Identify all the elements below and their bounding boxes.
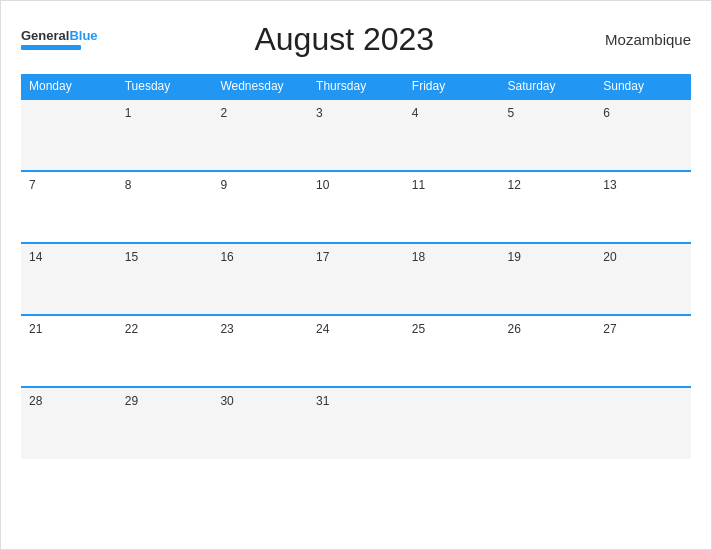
day-cell: 29 <box>117 387 213 459</box>
calendar-thead: Monday Tuesday Wednesday Thursday Friday… <box>21 74 691 99</box>
day-cell: 2 <box>212 99 308 171</box>
calendar-title: August 2023 <box>98 21 591 58</box>
day-cell: 3 <box>308 99 404 171</box>
weekday-header-row: Monday Tuesday Wednesday Thursday Friday… <box>21 74 691 99</box>
day-cell: 28 <box>21 387 117 459</box>
logo-area: GeneralBlue <box>21 29 98 50</box>
table-row: 14 15 16 17 18 19 20 <box>21 243 691 315</box>
day-cell: 22 <box>117 315 213 387</box>
table-row: 1 2 3 4 5 6 <box>21 99 691 171</box>
calendar-table: Monday Tuesday Wednesday Thursday Friday… <box>21 74 691 459</box>
day-cell: 14 <box>21 243 117 315</box>
table-row: 7 8 9 10 11 12 13 <box>21 171 691 243</box>
day-cell <box>595 387 691 459</box>
day-cell: 8 <box>117 171 213 243</box>
day-cell: 1 <box>117 99 213 171</box>
header-thursday: Thursday <box>308 74 404 99</box>
day-cell: 25 <box>404 315 500 387</box>
day-cell: 5 <box>500 99 596 171</box>
day-cell: 13 <box>595 171 691 243</box>
calendar-container: GeneralBlue August 2023 Mozambique Monda… <box>0 0 712 550</box>
day-cell <box>500 387 596 459</box>
logo-blue: Blue <box>69 28 97 43</box>
day-cell: 4 <box>404 99 500 171</box>
logo-text: GeneralBlue <box>21 29 98 43</box>
day-cell: 9 <box>212 171 308 243</box>
header-monday: Monday <box>21 74 117 99</box>
logo-blue-bar <box>21 45 81 50</box>
calendar-header: GeneralBlue August 2023 Mozambique <box>21 21 691 58</box>
header-saturday: Saturday <box>500 74 596 99</box>
day-cell: 20 <box>595 243 691 315</box>
day-cell: 21 <box>21 315 117 387</box>
day-cell: 23 <box>212 315 308 387</box>
day-cell: 31 <box>308 387 404 459</box>
header-sunday: Sunday <box>595 74 691 99</box>
day-cell: 18 <box>404 243 500 315</box>
day-cell: 6 <box>595 99 691 171</box>
logo-general: General <box>21 28 69 43</box>
header-wednesday: Wednesday <box>212 74 308 99</box>
day-cell: 27 <box>595 315 691 387</box>
day-cell: 7 <box>21 171 117 243</box>
day-cell <box>21 99 117 171</box>
day-cell: 10 <box>308 171 404 243</box>
day-cell: 26 <box>500 315 596 387</box>
header-friday: Friday <box>404 74 500 99</box>
table-row: 28 29 30 31 <box>21 387 691 459</box>
calendar-tbody: 1 2 3 4 5 6 7 8 9 10 11 12 13 14 15 16 1… <box>21 99 691 459</box>
day-cell: 16 <box>212 243 308 315</box>
day-cell: 15 <box>117 243 213 315</box>
header-tuesday: Tuesday <box>117 74 213 99</box>
day-cell: 11 <box>404 171 500 243</box>
day-cell: 30 <box>212 387 308 459</box>
table-row: 21 22 23 24 25 26 27 <box>21 315 691 387</box>
day-cell: 12 <box>500 171 596 243</box>
day-cell <box>404 387 500 459</box>
day-cell: 24 <box>308 315 404 387</box>
day-cell: 17 <box>308 243 404 315</box>
day-cell: 19 <box>500 243 596 315</box>
country-label: Mozambique <box>591 31 691 48</box>
